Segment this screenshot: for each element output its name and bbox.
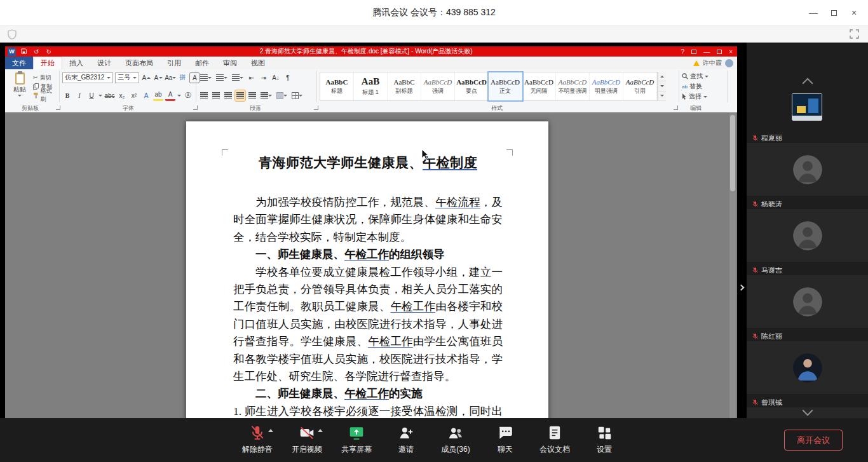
find-button[interactable]: 查找 [682,72,724,81]
paragraph-dialog-launcher[interactable] [314,105,318,110]
font-color-chevron-icon[interactable] [177,95,181,97]
scroll-down-button[interactable] [747,407,868,414]
style-emphasis[interactable]: AaBbCcD强调 [421,72,455,100]
collapse-panel-button[interactable] [737,276,745,298]
distribute-button[interactable] [247,90,257,101]
line-spacing-button[interactable] [259,90,273,101]
chat-button[interactable]: 聊天 [480,423,530,455]
tab-file[interactable]: 文件 [5,57,33,69]
gallery-more-button[interactable] [658,92,666,101]
shrink-font-button[interactable]: A [153,72,163,83]
members-button[interactable]: 成员(36) [431,423,480,455]
tab-review[interactable]: 审阅 [216,57,244,69]
grow-font-button[interactable]: A [141,72,151,83]
tab-home[interactable]: 开始 [33,57,62,69]
scroll-up-button[interactable] [747,78,868,88]
phonetic-guide-button[interactable]: 拼 [177,72,187,83]
invite-button[interactable]: 邀请 [381,423,431,455]
tab-references[interactable]: 引用 [160,57,188,69]
mic-options-caret[interactable] [268,429,273,432]
close-button[interactable]: × [844,0,864,25]
multilevel-list-button[interactable] [231,72,245,83]
align-center-button[interactable] [211,90,221,101]
paste-button[interactable]: 粘贴 [9,71,31,102]
active-speaker-thumbnail[interactable] [792,93,822,121]
fullscreen-icon[interactable] [850,29,859,41]
justify-button[interactable] [235,90,245,101]
tab-mailings[interactable]: 邮件 [188,57,216,69]
tab-design[interactable]: 设计 [90,57,118,69]
gallery-up-button[interactable] [658,72,666,81]
participant-video-tile[interactable] [747,275,868,328]
align-left-button[interactable] [199,90,209,101]
tab-layout[interactable]: 页面布局 [118,57,160,69]
meeting-docs-button[interactable]: 会议文档 [530,423,580,455]
leave-meeting-button[interactable]: 离开会议 [784,430,843,451]
sort-button[interactable]: A↓ [271,72,281,83]
start-video-button[interactable]: 开启视频 [282,423,332,455]
unmute-button[interactable]: 解除静音 [233,423,282,455]
style-normal[interactable]: AaBbCcD正文 [489,72,522,100]
italic-button[interactable]: I [74,90,85,101]
shading-button[interactable] [275,90,288,101]
replace-button[interactable]: ab 替换 [682,82,724,92]
tab-insert[interactable]: 插入 [62,57,90,69]
text-effects-button[interactable]: A [141,90,151,101]
word-close-icon[interactable]: × [727,48,735,55]
participant-video-tile[interactable] [747,143,868,196]
clipboard-dialog-launcher[interactable] [56,105,60,110]
security-shield-icon[interactable] [8,29,17,42]
font-size-combo[interactable]: 三号 [115,72,139,83]
maximize-button[interactable] [824,0,844,25]
enclose-character-button[interactable]: Ⓐ [183,90,193,101]
select-button[interactable]: 选择 [682,92,724,102]
tab-view[interactable]: 视图 [244,57,272,69]
style-title[interactable]: AaBbC标题 [320,72,354,100]
underline-chevron-icon[interactable] [98,95,102,97]
share-screen-button[interactable]: 共享屏幕 [332,423,381,455]
settings-button[interactable]: 设置 [580,423,629,455]
gallery-down-button[interactable] [658,81,666,91]
decrease-indent-button[interactable]: ⇤ [247,72,257,83]
participant-video-tile[interactable] [747,209,868,262]
style-strong[interactable]: AaBbCcD要点 [455,72,489,100]
highlight-color-button[interactable]: ab [153,90,163,101]
change-case-button[interactable]: Aa [165,72,175,83]
font-name-combo[interactable]: 仿宋_GB2312 [62,72,113,83]
word-user-avatar[interactable] [725,59,733,67]
document-scrollbar[interactable] [729,112,736,418]
bold-button[interactable]: B [62,90,72,101]
subscript-button[interactable]: x₂ [117,90,127,101]
style-no-spacing[interactable]: AaBbCcD无间隔 [522,72,556,100]
style-quote[interactable]: AaBbCcD引用 [623,72,657,100]
increase-indent-button[interactable]: ⇥ [259,72,269,83]
font-color-button[interactable]: A [165,90,175,101]
participant-video-tile[interactable] [747,341,868,394]
numbering-button[interactable] [215,72,229,83]
ribbon-options-icon[interactable] [689,48,698,55]
camera-options-caret[interactable] [318,429,323,432]
undo-icon[interactable]: ↺ [32,48,41,55]
minimize-button[interactable]: — [803,0,824,25]
word-minimize-icon[interactable]: — [702,48,712,55]
save-icon[interactable] [19,48,29,55]
styles-dialog-launcher[interactable] [674,105,678,110]
word-restore-icon[interactable] [715,48,724,55]
superscript-button[interactable]: x² [129,90,139,101]
help-icon[interactable]: ? [679,48,687,55]
redo-icon[interactable]: ↻ [44,48,53,55]
style-heading1[interactable]: AaB标题 1 [354,72,388,100]
strikethrough-button[interactable]: abc [104,90,115,101]
style-subtle-emphasis[interactable]: AaBbCcD不明显强调 [556,72,590,100]
underline-button[interactable]: U [86,90,97,101]
borders-button[interactable] [290,90,304,101]
style-subtitle[interactable]: AaBbC副标题 [388,72,421,100]
align-right-button[interactable] [223,90,233,101]
bullets-button[interactable] [199,72,213,83]
style-intense-emphasis[interactable]: AaBbCcD明显强调 [590,72,623,100]
font-dialog-launcher[interactable] [193,105,198,110]
show-marks-button[interactable]: ¶ [283,72,293,83]
cut-button[interactable]: ✂剪切 [33,74,57,82]
document-page[interactable]: 青海师范大学师生健康晨、午检制度 为加强学校疫情防控工作，规范晨、午检流程，及时… [186,121,548,418]
format-painter-button[interactable]: 格式刷 [33,92,57,100]
